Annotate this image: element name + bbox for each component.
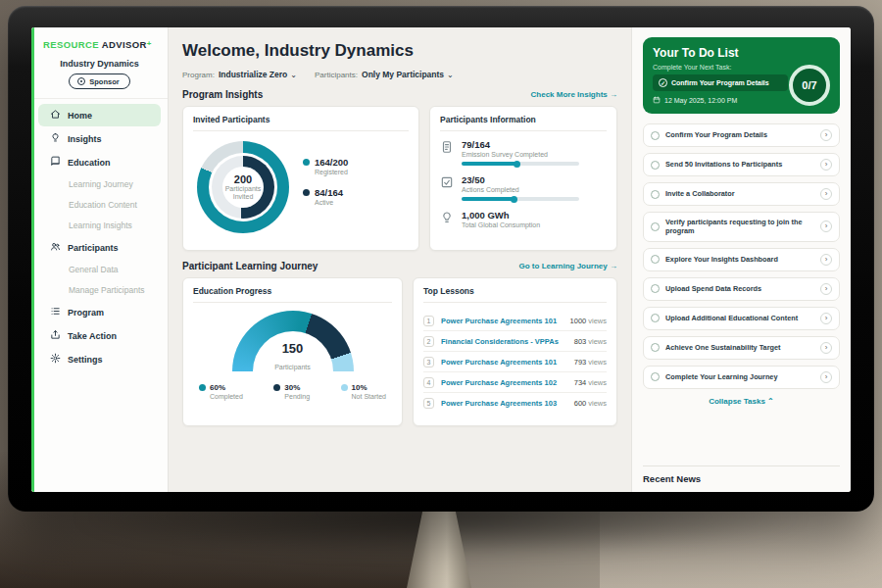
dashboard-screen: RESOURCE ADVISOR+ Industry Dynamics Spon… <box>31 27 851 492</box>
legend-dot-teal <box>303 159 310 166</box>
participants-filter[interactable]: Participants: Only My Participants ⌄ <box>315 70 454 79</box>
sidebar-item-insights[interactable]: Insights <box>38 127 161 150</box>
program-filter-value: Industrialize Zero <box>219 70 287 79</box>
legend-dot-navy <box>273 384 280 391</box>
donut-center: 200 Participants Invited <box>222 167 264 208</box>
chevron-right-icon[interactable]: › <box>820 220 832 232</box>
chevron-right-icon[interactable]: › <box>820 254 832 266</box>
sidebar-item-learning-journey[interactable]: Learning Journey <box>38 174 161 194</box>
lesson-link[interactable]: Power Purchase Agreements 101 <box>441 358 574 367</box>
people-icon <box>50 241 61 254</box>
lightbulb-icon <box>50 132 61 145</box>
sidebar-item-label: Participants <box>68 243 119 253</box>
task-checkbox[interactable] <box>651 372 660 381</box>
main-content: Welcome, Industry Dynamics Program: Indu… <box>169 27 631 492</box>
learning-cards-row: Education Progress 150 Participants 60% <box>182 277 617 426</box>
program-filter-label: Program: <box>182 71 215 79</box>
sidebar-item-manage-participants[interactable]: Manage Participants <box>38 280 161 300</box>
task-checkbox[interactable] <box>651 255 660 264</box>
sidebar-item-take-action[interactable]: Take Action <box>38 324 161 347</box>
participants-information-card-title: Participants Information <box>440 115 607 131</box>
sidebar-item-education-content[interactable]: Education Content <box>38 195 161 215</box>
task-checkbox[interactable] <box>651 161 660 170</box>
sidebar-item-education[interactable]: Education <box>38 151 161 173</box>
lesson-row: 4 Power Purchase Agreements 102 734views <box>423 372 607 393</box>
chevron-right-icon[interactable]: › <box>820 159 832 171</box>
program-filter[interactable]: Program: Industrialize Zero ⌄ <box>182 70 297 79</box>
lesson-link[interactable]: Power Purchase Agreements 103 <box>441 399 574 408</box>
todo-next-task-label: Confirm Your Program Details <box>671 79 769 86</box>
chevron-down-icon: ⌄ <box>290 71 297 79</box>
lesson-rank: 3 <box>423 357 434 368</box>
task-item[interactable]: Send 50 Invitations to Participants › <box>643 153 840 176</box>
sidebar: RESOURCE ADVISOR+ Industry Dynamics Spon… <box>31 27 169 492</box>
global-consumption-row: 1,000 GWh Total Global Consumption <box>440 210 607 228</box>
donut-legend: 164/200 Registered 84/164 Active <box>303 157 348 218</box>
sponsor-badge[interactable]: Sponsor <box>69 74 129 89</box>
sidebar-item-label: Education Content <box>69 200 137 210</box>
legend-item-not-started: 10% Not Started <box>341 383 386 400</box>
task-item[interactable]: Upload Spend Data Records › <box>643 277 840 301</box>
lesson-rank: 2 <box>423 336 434 347</box>
task-checkbox[interactable] <box>651 131 660 140</box>
task-checkbox[interactable] <box>651 314 660 322</box>
task-checkbox[interactable] <box>651 343 660 352</box>
sidebar-item-program[interactable]: Program <box>38 301 161 323</box>
home-icon <box>50 109 61 122</box>
lesson-link[interactable]: Power Purchase Agreements 101 <box>441 317 570 325</box>
task-checkbox[interactable] <box>651 284 660 293</box>
lesson-rank: 5 <box>423 398 434 409</box>
arrow-right-icon: → <box>610 262 617 270</box>
task-item[interactable]: Achieve One Sustainability Target › <box>643 336 840 360</box>
sponsor-badge-label: Sponsor <box>89 77 119 86</box>
todo-progress-ring: 0/7 <box>789 65 830 106</box>
task-item[interactable]: Upload Additional Educational Content › <box>643 307 840 330</box>
task-checkbox[interactable] <box>651 222 660 231</box>
program-insights-section-header: Program Insights Check More Insights → <box>182 89 617 100</box>
task-item[interactable]: Complete Your Learning Journey › <box>643 366 840 389</box>
sidebar-item-home[interactable]: Home <box>38 104 161 126</box>
sidebar-item-label: Take Action <box>68 331 117 341</box>
chevron-right-icon[interactable]: › <box>820 188 832 200</box>
chevron-right-icon[interactable]: › <box>820 371 832 383</box>
go-to-learning-journey-link[interactable]: Go to Learning Journey → <box>519 262 617 270</box>
sidebar-item-label: Program <box>68 308 104 318</box>
org-name: Industry Dynamics <box>31 59 168 69</box>
lesson-row: 3 Power Purchase Agreements 101 793views <box>423 352 607 372</box>
sidebar-item-general-data[interactable]: General Data <box>38 260 161 279</box>
task-item[interactable]: Verify participants requesting to join t… <box>643 212 840 242</box>
chevron-right-icon[interactable]: › <box>820 283 832 295</box>
actions-completed-row: 23/50 Actions Completed <box>440 174 607 201</box>
participants-filter-label: Participants: <box>315 71 358 79</box>
checklist-icon <box>440 175 454 189</box>
insights-cards-row: Invited Participants 200 Participants In… <box>182 106 617 251</box>
lesson-link[interactable]: Financial Considerations - VPPAs <box>441 337 574 346</box>
participants-information-card: Participants Information 79/164 Emission… <box>429 106 617 251</box>
todo-next-task[interactable]: ✓ Confirm Your Program Details <box>653 74 788 91</box>
task-checkbox[interactable] <box>651 190 660 199</box>
sidebar-item-learning-insights[interactable]: Learning Insights <box>38 216 161 235</box>
chevron-right-icon[interactable]: › <box>820 313 832 324</box>
sidebar-item-label: Learning Journey <box>69 179 133 189</box>
task-item[interactable]: Invite a Collaborator › <box>643 182 840 206</box>
collapse-tasks-link[interactable]: Collapse Tasks ⌃ <box>643 397 840 406</box>
chevron-right-icon[interactable]: › <box>820 129 832 141</box>
sidebar-item-settings[interactable]: Settings <box>38 348 161 370</box>
lesson-rank: 1 <box>423 316 434 326</box>
top-lessons-card-title: Top Lessons <box>423 286 607 303</box>
education-progress-card-title: Education Progress <box>193 286 392 303</box>
recent-news-header: Recent News <box>643 466 840 484</box>
emission-survey-row: 79/164 Emission Survey Completed <box>440 139 607 166</box>
legend-dot-navy <box>303 189 310 196</box>
lesson-link[interactable]: Power Purchase Agreements 102 <box>441 378 574 387</box>
check-more-insights-link[interactable]: Check More Insights → <box>531 90 617 99</box>
learning-journey-title: Participant Learning Journey <box>182 261 318 271</box>
task-item[interactable]: Confirm Your Program Details › <box>643 123 840 147</box>
task-item[interactable]: Explore Your Insights Dashboard › <box>643 248 840 271</box>
lesson-rank: 4 <box>423 377 434 388</box>
legend-item-completed: 60% Completed <box>199 383 243 400</box>
sidebar-item-participants[interactable]: Participants <box>38 236 161 259</box>
chevron-right-icon[interactable]: › <box>820 342 832 354</box>
app-logo: RESOURCE ADVISOR+ <box>31 35 168 52</box>
sidebar-item-label: Home <box>68 111 92 121</box>
